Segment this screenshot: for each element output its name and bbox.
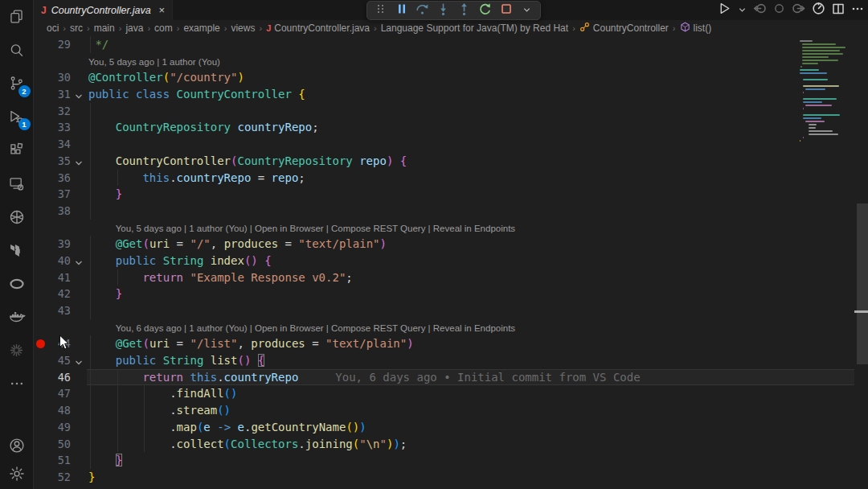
line-number[interactable]: 51: [34, 452, 71, 469]
line-number[interactable]: 45: [34, 352, 71, 369]
run-gauge-button[interactable]: [812, 2, 825, 18]
line-number[interactable]: 37: [34, 186, 71, 203]
code-area: 29 */You, 5 days ago | 1 author (You)30@…: [34, 36, 868, 489]
debug-step-into-button[interactable]: [434, 2, 452, 18]
breadcrumb-label: example: [183, 23, 219, 34]
tab-countrycontroller[interactable]: J CountryController.java ×: [34, 0, 173, 20]
line-number[interactable]: 34: [34, 136, 71, 153]
code-text[interactable]: }: [88, 469, 95, 486]
line-number[interactable]: 50: [34, 436, 71, 453]
minimap-line: [803, 114, 840, 116]
codelens-links[interactable]: You, 5 days ago | 1 author (You) | Open …: [116, 220, 515, 237]
line-number[interactable]: 47: [34, 385, 71, 402]
line-number[interactable]: 30: [34, 69, 71, 86]
minimap-line: [803, 117, 821, 119]
activity-kubernetes[interactable]: [0, 200, 34, 234]
activity-explorer[interactable]: [0, 0, 34, 34]
activity-search[interactable]: [0, 34, 34, 68]
vertical-scrollbar-thumb[interactable]: [857, 203, 868, 364]
breadcrumb-item[interactable]: oci: [47, 23, 59, 34]
breadcrumb-item[interactable]: CountryController: [579, 22, 669, 35]
breadcrumb-item[interactable]: JCountryController.java: [266, 23, 370, 34]
line-number[interactable]: 53: [34, 486, 71, 489]
codelens-row: You, 5 days ago | 1 author (You): [34, 53, 868, 70]
code-text[interactable]: }: [88, 186, 122, 203]
line-number[interactable]: 38: [34, 203, 71, 220]
debug-drag-handle-button[interactable]: [371, 2, 390, 18]
line-number[interactable]: 33: [34, 119, 71, 136]
run-button[interactable]: [718, 2, 731, 18]
line-number[interactable]: 42: [34, 286, 71, 302]
debug-step-out-button[interactable]: [455, 2, 473, 18]
debug-record-button[interactable]: [773, 2, 785, 18]
breadcrumb-item[interactable]: java: [125, 23, 143, 34]
code-line: 50 .collect(Collectors.joining("\n"));: [34, 436, 868, 453]
breadcrumb-item[interactable]: com: [154, 23, 173, 34]
activity-account[interactable]: [0, 431, 34, 459]
breadcrumb-item[interactable]: Language Support for Java(TM) by Red Hat: [381, 23, 568, 34]
debug-stop-button[interactable]: [497, 2, 515, 18]
line-number[interactable]: 40: [34, 253, 71, 269]
activity-ai-sparkle[interactable]: [0, 334, 34, 368]
code-text[interactable]: .map(e -> e.getCountryName()): [88, 419, 366, 436]
code-text[interactable]: }: [88, 452, 122, 469]
line-number[interactable]: 36: [34, 170, 71, 187]
codelens-links[interactable]: You, 6 days ago | 1 author (You) | Open …: [116, 320, 515, 337]
code-text[interactable]: CountryController(CountryRepository repo…: [88, 153, 407, 170]
code-text[interactable]: }: [88, 286, 122, 302]
code-text[interactable]: CountryRepository countryRepo;: [88, 119, 319, 136]
code-text[interactable]: .findAll(): [88, 385, 237, 402]
line-number[interactable]: 35: [34, 153, 71, 170]
breadcrumb-item[interactable]: example: [183, 23, 219, 34]
codelens-links[interactable]: You, 5 days ago | 1 author (You): [88, 54, 220, 71]
code-text[interactable]: this.countryRepo = repo;: [88, 170, 305, 187]
debug-restart-button[interactable]: [476, 2, 494, 18]
code-text[interactable]: return "Example Response v0.2";: [88, 269, 353, 286]
code-text[interactable]: public class CountryController {: [88, 86, 305, 103]
close-icon[interactable]: ×: [159, 4, 166, 16]
code-text[interactable]: @Controller("/country"): [88, 69, 244, 86]
activity-extensions[interactable]: [0, 134, 34, 167]
breadcrumb-item[interactable]: src: [70, 23, 83, 34]
code-text[interactable]: @Get(uri = "/list", produces = "text/pla…: [88, 335, 414, 352]
line-number[interactable]: 31: [34, 86, 71, 103]
code-text[interactable]: .stream(): [88, 402, 231, 419]
breadcrumb-item[interactable]: views: [231, 23, 255, 34]
activity-oci[interactable]: [0, 267, 34, 301]
debug-continue-button[interactable]: [792, 2, 805, 18]
line-number[interactable]: 49: [34, 419, 71, 436]
code-text[interactable]: return this.countryRepoYou, 6 days ago •…: [88, 369, 641, 386]
minimap[interactable]: [800, 40, 854, 201]
activity-terraform[interactable]: [0, 234, 34, 268]
activity-run-and-debug[interactable]: 1: [0, 101, 34, 134]
code-text[interactable]: @Get(uri = "/", produces = "text/plain"): [88, 236, 387, 253]
code-text[interactable]: public String index() {: [88, 253, 272, 269]
line-number[interactable]: 46: [34, 369, 71, 386]
split-editor-button[interactable]: [832, 2, 845, 18]
line-number[interactable]: 39: [34, 236, 71, 253]
debug-step-over-button[interactable]: [413, 2, 432, 18]
activity-source-control[interactable]: 2: [0, 67, 34, 101]
line-number[interactable]: 29: [34, 36, 71, 53]
activity-docker[interactable]: [0, 301, 34, 335]
code-text[interactable]: .collect(Collectors.joining("\n"));: [88, 436, 407, 453]
debug-toolbar-menu-button[interactable]: [518, 2, 536, 18]
line-number[interactable]: 43: [34, 302, 71, 319]
code-text[interactable]: public String list() {: [88, 352, 264, 369]
code-text[interactable]: */: [88, 36, 108, 53]
more-actions-button[interactable]: [851, 2, 864, 18]
activity-settings[interactable]: [0, 459, 34, 487]
run-dropdown-button[interactable]: [738, 3, 747, 18]
code-line: 51 }: [34, 452, 868, 469]
line-number[interactable]: 32: [34, 103, 71, 120]
line-number[interactable]: 52: [34, 469, 71, 486]
debug-pause-button[interactable]: [392, 2, 411, 18]
breadcrumb-item[interactable]: main: [94, 23, 115, 34]
debug-step-back-button[interactable]: [753, 2, 767, 18]
line-number[interactable]: 48: [34, 402, 71, 419]
line-number[interactable]: 41: [34, 269, 71, 286]
activity-more-views[interactable]: [0, 368, 34, 401]
code-line: 33 CountryRepository countryRepo;: [34, 119, 868, 136]
activity-remote-explorer[interactable]: [0, 167, 34, 201]
breadcrumb-item[interactable]: list(): [680, 22, 712, 35]
